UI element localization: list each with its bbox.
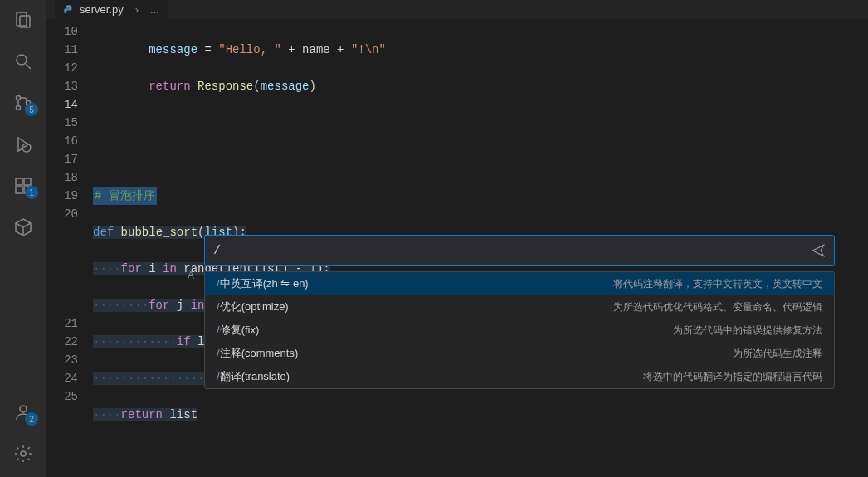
line-gutter: 10 11 12 13 14 15 16 17 18 19 20 21 22 2… [46,22,93,477]
command-suggestions: /中英互译(zh ⇋ en) 将代码注释翻译，支持中文转英文，英文转中文 /优化… [204,271,835,389]
inline-chat: / A /中英互译(zh ⇋ en) 将代码注释翻译，支持中文转英文，英文转中文… [204,235,835,389]
run-debug-icon[interactable] [12,133,35,156]
code-editor[interactable]: 10 11 12 13 14 15 16 17 18 19 20 21 22 2… [46,19,868,477]
suggestion-optimize[interactable]: /优化(optimize) 为所选代码优化代码格式、变量命名、代码逻辑 [205,295,834,319]
breadcrumb: ... [150,3,159,16]
scm-badge: 5 [25,103,38,116]
explorer-icon[interactable] [12,8,35,32]
svg-point-12 [20,406,27,412]
settings-icon[interactable] [12,442,35,465]
svg-line-3 [26,64,31,69]
breadcrumb-separator: › [135,3,139,16]
python-icon [63,4,75,16]
prompt-value: / [213,244,221,258]
svg-rect-9 [16,187,22,193]
svg-point-13 [21,451,26,456]
accounts-badge: 2 [25,412,38,426]
svg-point-14 [67,6,68,7]
tab-server-py[interactable]: server.py › ... [55,0,168,19]
suggestion-fix[interactable]: /修复(fix) 为所选代码中的错误提供修复方法 [205,319,834,342]
source-control-icon[interactable]: 5 [12,91,35,114]
suggestion-translate-zh-en[interactable]: /中英互译(zh ⇋ en) 将代码注释翻译，支持中文转英文，英文转中文 [205,272,834,295]
suggestion-comments[interactable]: /注释(comments) 为所选代码生成注释 [205,342,834,365]
svg-point-5 [17,106,21,110]
suggestion-translate-code[interactable]: /翻译(translate) 将选中的代码翻译为指定的编程语言代码 [205,365,834,388]
package-icon[interactable] [12,216,35,239]
svg-point-2 [17,55,27,65]
tab-filename: server.py [80,3,124,16]
ai-label: A [188,270,194,281]
svg-rect-11 [24,178,31,185]
extensions-badge: 1 [25,186,38,199]
svg-point-4 [17,96,21,100]
extensions-icon[interactable]: 1 [12,174,35,197]
accounts-icon[interactable]: 2 [12,401,35,424]
svg-rect-8 [16,178,22,185]
main-area: server.py › ... 10 11 12 13 14 15 16 17 … [46,0,868,477]
prompt-textbox[interactable] [221,244,811,258]
activity-bar: 5 1 2 [0,0,46,477]
tab-bar: server.py › ... [46,0,868,19]
svg-rect-0 [17,12,27,26]
send-icon[interactable] [811,243,826,258]
inline-prompt-input[interactable]: / [204,235,835,266]
search-icon[interactable] [12,50,35,73]
